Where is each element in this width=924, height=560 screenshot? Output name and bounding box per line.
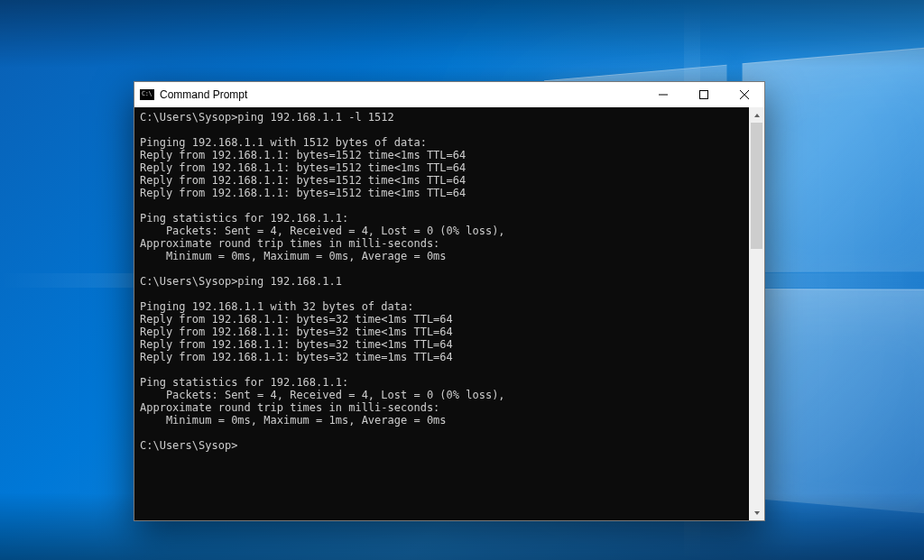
terminal-output[interactable]: C:\Users\Sysop>ping 192.168.1.1 -l 1512 …: [134, 107, 749, 520]
titlebar[interactable]: Command Prompt: [134, 82, 764, 107]
scroll-down-button[interactable]: [749, 505, 764, 520]
client-area: C:\Users\Sysop>ping 192.168.1.1 -l 1512 …: [134, 107, 764, 520]
close-button[interactable]: [724, 82, 764, 107]
svg-rect-0: [699, 91, 707, 99]
scroll-thumb[interactable]: [751, 123, 762, 249]
minimize-button[interactable]: [642, 82, 683, 107]
window-title: Command Prompt: [160, 88, 247, 101]
scroll-up-button[interactable]: [749, 107, 764, 123]
cmd-icon: [140, 89, 154, 100]
command-prompt-window: Command Prompt C:\Users\Sysop>ping 192.1…: [134, 81, 765, 521]
maximize-button[interactable]: [683, 82, 724, 107]
scrollbar[interactable]: [749, 107, 764, 520]
